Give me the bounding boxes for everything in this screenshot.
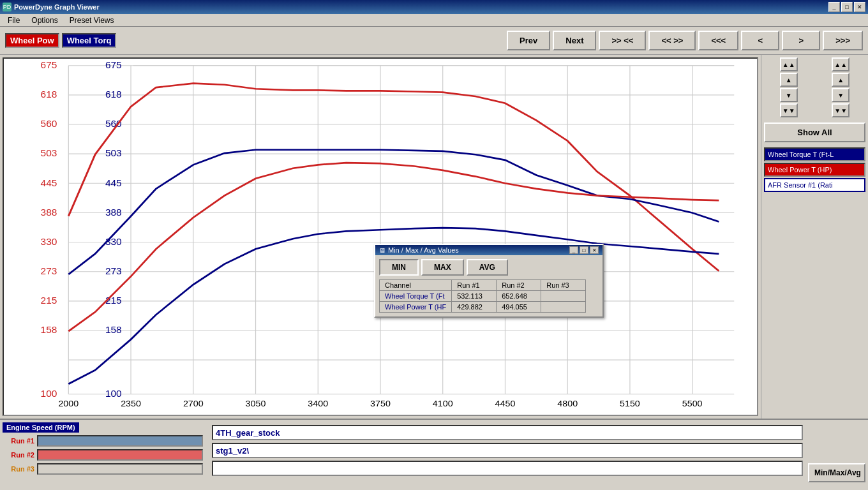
scroll-down-right[interactable]: ▼: [832, 88, 849, 102]
dialog-minimize-button[interactable]: _: [569, 246, 578, 254]
wheel-torque-label[interactable]: Wheel Torq: [62, 33, 117, 48]
channel-item-power[interactable]: Wheel Power T (HP): [764, 163, 865, 177]
zoom-far-left-button[interactable]: <<<: [698, 31, 738, 50]
run-filenames: 4TH_gear_stock stg1_v2\: [209, 422, 805, 487]
scroll-down-fast-right[interactable]: ▼▼: [832, 103, 849, 117]
scroll-far-right-button[interactable]: >>>: [823, 31, 863, 50]
menu-options[interactable]: Options: [26, 15, 63, 26]
close-button[interactable]: ✕: [854, 2, 865, 12]
run3-bar: [38, 464, 202, 473]
run1-filename: 4TH_gear_stock: [212, 425, 803, 440]
svg-text:4800: 4800: [557, 399, 578, 408]
dialog-title-bar: 🖥 Min / Max / Avg Values _ □ ✕: [375, 245, 602, 255]
run2-bar-container: [37, 449, 203, 461]
svg-text:2700: 2700: [183, 399, 204, 408]
zoom-in-out-button[interactable]: >> <<: [599, 31, 646, 50]
table-row: Wheel Power T (HF 429.882 494.055: [380, 302, 586, 313]
dialog-title-text: Min / Max / Avg Values: [388, 246, 459, 254]
channel-item-afr[interactable]: AFR Sensor #1 (Rati: [764, 178, 865, 192]
run2-row: Run #2: [3, 449, 207, 461]
svg-text:330: 330: [105, 237, 122, 247]
axis-labels: Wheel Pow Wheel Torq: [5, 33, 116, 48]
scroll-up-fast-left[interactable]: ▲▲: [780, 57, 798, 71]
main-area: 675 618 560 503 445 388 330 273 215 158 …: [0, 55, 868, 419]
svg-text:675: 675: [41, 61, 57, 70]
scroll-up-fast-right[interactable]: ▲▲: [832, 57, 849, 71]
menu-preset-views[interactable]: Preset Views: [64, 15, 119, 26]
svg-text:158: 158: [41, 325, 57, 335]
zoom-out-in-button[interactable]: << >>: [648, 31, 696, 50]
svg-text:158: 158: [105, 325, 122, 335]
svg-text:100: 100: [41, 389, 57, 399]
run2-val-2: 494.055: [497, 302, 541, 313]
svg-text:618: 618: [105, 90, 122, 100]
col-channel: Channel: [380, 280, 452, 291]
engine-speed-label: Engine Speed (RPM): [3, 422, 79, 433]
svg-text:215: 215: [41, 296, 57, 306]
scroll-down-left[interactable]: ▼: [780, 88, 798, 102]
app-icon: PD: [3, 3, 11, 11]
run3-val-2: [541, 302, 586, 313]
title-bar-left: PD PowerDyne Graph Viewer: [3, 3, 100, 11]
svg-text:215: 215: [105, 296, 122, 306]
svg-text:4450: 4450: [495, 399, 516, 408]
scroll-controls-top: ▲▲ ▲ ▼ ▼▼ ▲▲ ▲ ▼ ▼▼: [764, 57, 865, 117]
scroll-right-button[interactable]: >: [782, 31, 820, 50]
run2-val-1: 652.648: [497, 291, 541, 302]
next-button[interactable]: Next: [553, 31, 596, 50]
show-all-button[interactable]: Show All: [764, 122, 865, 142]
svg-text:3050: 3050: [246, 399, 266, 408]
channel-item-torque[interactable]: Wheel Torque T (Ft-L: [764, 147, 865, 161]
scroll-left-button[interactable]: <: [741, 31, 779, 50]
run2-bar: [38, 450, 202, 459]
svg-text:445: 445: [105, 178, 122, 188]
run3-bar-container: [37, 463, 203, 475]
col-run2: Run #2: [497, 280, 541, 291]
minimize-button[interactable]: _: [828, 2, 840, 12]
dialog-maximize-button[interactable]: □: [580, 246, 588, 254]
run2-label: Run #2: [3, 451, 34, 459]
svg-text:675: 675: [105, 61, 122, 70]
title-bar-buttons: _ □ ✕: [828, 2, 865, 12]
min-max-dialog: 🖥 Min / Max / Avg Values _ □ ✕ MIN MAX A…: [374, 244, 604, 318]
tab-avg[interactable]: AVG: [467, 259, 508, 276]
svg-text:388: 388: [105, 207, 122, 217]
dialog-close-button[interactable]: ✕: [590, 246, 599, 254]
svg-text:273: 273: [41, 267, 57, 276]
window-title: PowerDyne Graph Viewer: [14, 3, 100, 11]
run3-filename: [212, 461, 803, 476]
scroll-down-fast-left[interactable]: ▼▼: [780, 103, 798, 117]
min-max-avg-button[interactable]: Min/Max/Avg: [808, 463, 865, 482]
run1-row: Run #1: [3, 435, 207, 447]
dialog-table: Channel Run #1 Run #2 Run #3 Wheel Torqu…: [379, 279, 586, 313]
col-run3: Run #3: [541, 280, 586, 291]
toolbar: Wheel Pow Wheel Torq Prev Next >> << << …: [0, 27, 868, 55]
title-bar: PD PowerDyne Graph Viewer _ □ ✕: [0, 0, 868, 14]
run1-val-1: 532.113: [452, 291, 497, 302]
svg-text:4100: 4100: [433, 399, 453, 408]
tab-max[interactable]: MAX: [421, 259, 464, 276]
svg-text:388: 388: [41, 207, 57, 217]
svg-text:5150: 5150: [620, 399, 640, 408]
nav-buttons: Prev Next >> << << >> <<< < > >>>: [507, 31, 863, 50]
tab-min[interactable]: MIN: [379, 259, 419, 276]
graph-svg: 675 618 560 503 445 388 330 273 215 158 …: [4, 59, 757, 415]
wheel-power-label[interactable]: Wheel Pow: [5, 33, 59, 48]
svg-text:2350: 2350: [121, 399, 141, 408]
channel-list: Wheel Torque T (Ft-L Wheel Power T (HP) …: [764, 147, 865, 192]
menu-bar: File Options Preset Views: [0, 14, 868, 27]
run3-val-1: [541, 291, 586, 302]
maximize-button[interactable]: □: [841, 2, 853, 12]
table-row: Wheel Torque T (Ft 532.113 652.648: [380, 291, 586, 302]
graph-container: 675 618 560 503 445 388 330 273 215 158 …: [3, 57, 758, 416]
run2-filename: stg1_v2\: [212, 443, 803, 458]
svg-text:445: 445: [41, 178, 57, 188]
run3-label: Run #3: [3, 465, 34, 473]
scroll-up-left[interactable]: ▲: [780, 73, 798, 87]
dialog-tabs: MIN MAX AVG: [379, 259, 599, 276]
scroll-up-right[interactable]: ▲: [832, 73, 849, 87]
svg-text:330: 330: [41, 237, 57, 247]
menu-file[interactable]: File: [3, 15, 25, 26]
prev-button[interactable]: Prev: [507, 31, 550, 50]
svg-text:560: 560: [41, 119, 57, 129]
